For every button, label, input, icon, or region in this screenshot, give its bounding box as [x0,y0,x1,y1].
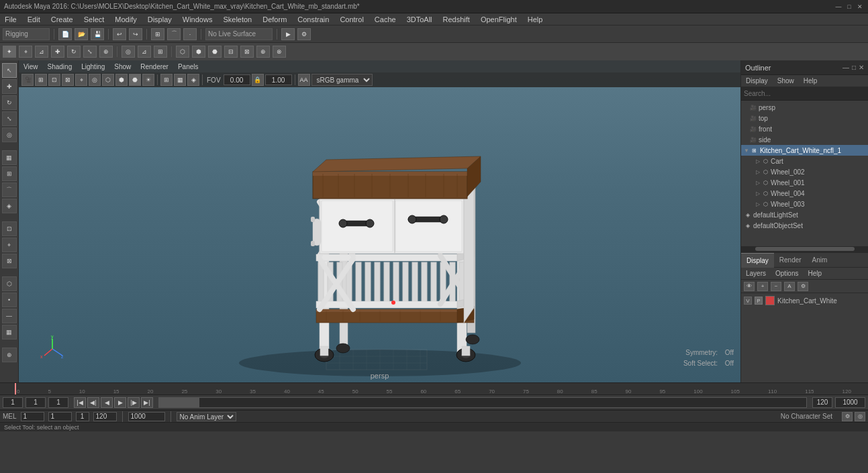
menu-file[interactable]: File [3,15,19,23]
vp-renderer-menu[interactable]: Renderer [138,63,171,70]
menu-help[interactable]: Help [526,15,545,23]
vp-isolate-btn[interactable]: ◎ [89,74,101,86]
minimize-button[interactable]: — [834,3,842,11]
outliner-search-input[interactable] [741,87,868,101]
menu-skeleton[interactable]: Skeleton [221,15,254,23]
move-tool-btn[interactable]: ✚ [51,46,64,58]
show-mesh-btn[interactable]: ▦ [2,150,17,165]
no-character-set[interactable]: No Character Set [781,413,832,420]
snap-point-btn[interactable]: · [183,28,197,40]
layer-menu-help[interactable]: Help [806,270,824,277]
component-mode-btn[interactable]: ⬡ [2,276,17,291]
vp-scale-field[interactable] [265,74,292,85]
bevel-btn[interactable]: ⬣ [208,46,222,58]
vp-shading-menu[interactable]: Shading [46,63,75,70]
vp-aa-btn[interactable]: AA [298,74,310,86]
close-button[interactable]: ✕ [856,3,864,11]
extrude-btn[interactable]: ⬡ [176,46,189,58]
layer-del-btn[interactable]: − [771,282,781,291]
paint-select-btn[interactable]: ⊿ [35,46,48,58]
outliner-maximize-btn[interactable]: □ [852,64,856,71]
vp-show-hud-btn[interactable]: ▦ [174,74,186,86]
save-file-btn[interactable]: 💾 [91,28,104,40]
vp-textured-btn[interactable]: ⬣ [129,74,141,86]
go-to-end-btn[interactable]: ▶| [141,397,153,408]
vertex-mode-btn[interactable]: • [2,293,17,307]
render-settings-btn[interactable]: ⚙ [297,28,311,40]
edge-mode-btn[interactable]: — [2,309,17,323]
open-file-btn[interactable]: 📂 [75,28,88,40]
menu-deform[interactable]: Deform [260,15,289,23]
outliner-show-menu[interactable]: Show [775,77,796,85]
vp-fov-lock-btn[interactable]: 🔒 [252,74,264,86]
rotate-tool-btn[interactable]: ↻ [67,46,81,58]
tab-anim[interactable]: Anim [807,253,833,268]
menu-create[interactable]: Create [49,15,75,23]
vp-light-btn[interactable]: ☀ [142,74,154,86]
layer-color[interactable] [765,296,775,305]
step-back-btn[interactable]: ◀| [87,397,99,408]
new-file-btn[interactable]: 📄 [58,28,72,40]
play-back-btn[interactable]: ◀ [101,397,113,408]
frame-field-1[interactable] [21,412,44,421]
bridge-btn[interactable]: ⬢ [192,46,205,58]
show-grid-btn[interactable]: ⊞ [2,166,17,181]
anim-layer-value[interactable] [835,397,865,408]
layer-anim-btn[interactable]: A [784,282,795,291]
outliner-display-menu[interactable]: Display [744,77,770,85]
outliner-close-btn[interactable]: ✕ [859,64,864,71]
vp-fov-field[interactable] [224,74,250,85]
lasso-tool-btn[interactable]: ⌖ [19,46,32,58]
maximize-button[interactable]: □ [845,3,853,11]
tree-item-top[interactable]: 🎥 top [741,113,868,123]
select-tool-left[interactable]: ↖ [2,63,17,78]
snap-grid-btn[interactable]: ⊞ [151,28,164,40]
playhead[interactable] [15,383,16,395]
scale-tool-left[interactable]: ⤡ [2,111,17,126]
rotate-tool-left[interactable]: ↻ [2,95,17,110]
menu-cache[interactable]: Cache [373,15,398,23]
frame-step-field[interactable]: 1 [76,412,89,421]
3d-scene[interactable] [19,87,740,370]
menu-edit[interactable]: Edit [26,15,42,23]
snap-curve-btn[interactable]: ⌒ [167,28,181,40]
vp-show-xray-btn[interactable]: ◈ [187,74,199,86]
frame-display[interactable] [26,397,46,408]
face-mode-btn[interactable]: ▦ [2,325,17,339]
tree-item-front[interactable]: 🎥 front [741,123,868,134]
layer-menu-layers[interactable]: Layers [744,270,768,277]
show-manip-btn[interactable]: ⊞ [154,46,167,58]
merge-btn[interactable]: ⊗ [273,46,286,58]
outliner-minimize-btn[interactable]: — [842,64,849,71]
sculpt-btn[interactable]: ⊿ [138,46,151,58]
menu-redshift[interactable]: Redshift [441,15,472,23]
tree-item-cart[interactable]: ▷ ⬡ Cart [741,156,868,166]
snap-surface-left[interactable]: ⊠ [2,254,17,268]
tree-item-persp[interactable]: 🎥 persp [741,102,868,113]
vp-camera-btn[interactable]: 🎥 [21,74,34,86]
extra-tool-btn[interactable]: ⊕ [2,348,17,362]
bottom-icon-1[interactable]: ⚙ [842,412,853,421]
mode-dropdown[interactable]: Rigging [3,28,50,40]
vp-wireframe-btn[interactable]: ⬡ [102,74,114,86]
layer-vis-btn[interactable]: 👁 [744,282,755,291]
tree-item-defaultlightset[interactable]: ◈ defaultLightSet [741,209,868,220]
undo-btn[interactable]: ↩ [113,28,126,40]
bottom-icon-2[interactable]: ◎ [855,412,865,421]
layer-v-btn[interactable]: V [744,297,752,305]
select-tool-btn[interactable]: ✦ [3,46,16,58]
layer-p-btn[interactable]: P [755,297,763,305]
menu-3dtoall[interactable]: 3DToAll [405,15,434,23]
render-btn[interactable]: ▶ [281,28,295,40]
current-frame-input[interactable] [3,397,23,408]
vp-view-menu[interactable]: View [21,63,40,70]
universal-tool-btn[interactable]: ⊕ [99,46,113,58]
vp-bookmark-btn[interactable]: ⊞ [35,74,47,86]
vp-lighting-menu[interactable]: Lighting [79,63,107,70]
outliner-scrollbar[interactable] [741,246,868,252]
tree-item-defaultobjectset[interactable]: ◈ defaultObjectSet [741,220,868,231]
range-end-field[interactable] [93,412,117,421]
outliner-tree[interactable]: 🎥 persp 🎥 top 🎥 front 🎥 side ▼ ⊞ Kitchen… [741,101,868,246]
snap-curve-left[interactable]: ⌖ [2,238,17,252]
layer-add-btn[interactable]: + [757,282,768,291]
